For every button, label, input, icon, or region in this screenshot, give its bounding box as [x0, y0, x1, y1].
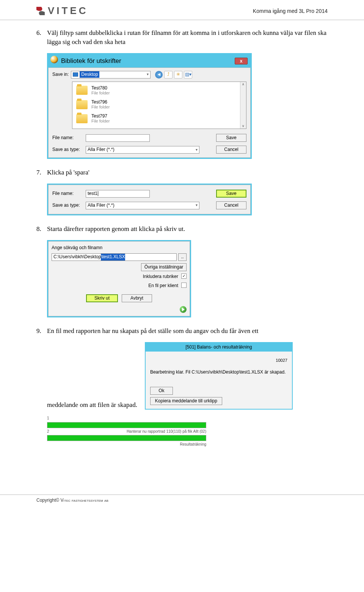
- step-8-num: 8.: [36, 225, 43, 234]
- progress-row-1-label: 1: [47, 416, 49, 421]
- print-button[interactable]: Skriv ut: [86, 294, 118, 302]
- path-caption: Ange sökväg och filnamn: [52, 245, 187, 251]
- save-dialog-titlebar: Bibliotek för utskrifter x: [48, 54, 251, 68]
- message-body: Bearbetning klar. Fil C:\Users\vibkh\Des…: [150, 369, 287, 375]
- one-file-per-client-checkbox[interactable]: [181, 283, 187, 288]
- folder-type: File folder: [91, 119, 110, 123]
- one-file-per-client-label: En fil per klient: [121, 283, 178, 289]
- progress-row-2-label: 2: [47, 429, 49, 435]
- new-folder-icon[interactable]: ✳: [174, 71, 182, 79]
- cancel-button[interactable]: Cancel: [216, 146, 246, 154]
- save-in-dropdown[interactable]: Desktop ▾: [71, 71, 151, 79]
- save-as-type-label: Save as type:: [52, 202, 83, 209]
- chevron-down-icon: ▾: [196, 147, 198, 153]
- save-as-type-label: Save as type:: [52, 146, 83, 153]
- step-6-text: Välj filtyp samt dubbelklicka i rutan fö…: [47, 28, 328, 47]
- file-name-label: File name:: [52, 190, 83, 197]
- copy-message-button[interactable]: Kopiera meddelande till urklipp: [150, 397, 222, 405]
- nav-up-icon[interactable]: ⤴: [164, 71, 173, 79]
- file-name-input[interactable]: test1: [86, 190, 150, 198]
- progress-status: Hanterar nu rapportrad 110(110) på flik …: [127, 429, 206, 435]
- step-7-num: 7.: [36, 168, 43, 177]
- progress-strip: 1 2 Hanterar nu rapportrad 110(110) på f…: [47, 416, 206, 448]
- step-9-text: En fil med rapporten har nu skapats på d…: [47, 327, 259, 336]
- save-button[interactable]: Save: [216, 134, 246, 142]
- step-8-text: Starta därefter rapporten genom att klic…: [47, 225, 185, 234]
- progress-right-caption: Resultaträkning: [47, 442, 206, 448]
- view-menu-icon[interactable]: ▤▾: [184, 71, 192, 79]
- save-dialog-title: Bibliotek för utskrifter: [61, 57, 121, 66]
- step-6-num: 6.: [36, 28, 43, 47]
- abort-button[interactable]: Avbryt: [122, 294, 152, 302]
- step-9-tail: meddelande om att filen är skapad.: [47, 400, 137, 410]
- save-in-label: Save in:: [52, 71, 69, 78]
- folder-icon: [76, 100, 88, 109]
- step-7: 7. Klicka på 'spara' File name: test1 Sa…: [36, 168, 328, 215]
- browse-button[interactable]: ..: [178, 253, 187, 261]
- page-footer: Copyright© Vitec fastighetssystem ab: [0, 495, 364, 504]
- nav-back-icon[interactable]: ◄: [155, 71, 163, 79]
- folder-icon: [76, 86, 88, 95]
- doc-title: Komma igång med 3L Pro 2014: [253, 7, 328, 15]
- page-header: VITEC Komma igång med 3L Pro 2014: [0, 0, 364, 20]
- file-name-input[interactable]: [86, 134, 150, 142]
- print-options-panel: Ange sökväg och filnamn C:\Users\vibkh\D…: [47, 240, 191, 317]
- message-title: [501] Balans- och resultaträkning: [146, 343, 292, 352]
- app-icon: [50, 56, 58, 63]
- save-as-type-dropdown[interactable]: Alla Filer (*.*) ▾: [86, 202, 199, 209]
- folder-name: Test780: [91, 86, 110, 91]
- folder-name: Test796: [91, 100, 110, 105]
- folder-type: File folder: [91, 105, 110, 109]
- play-icon[interactable]: [180, 306, 187, 313]
- other-settings-button[interactable]: Övriga inställningar: [141, 263, 187, 271]
- text-caret: [98, 191, 98, 196]
- file-name-label: File name:: [52, 135, 83, 141]
- step-9-num: 9.: [36, 327, 43, 336]
- folder-icon: [76, 114, 88, 123]
- path-input[interactable]: C:\Users\vibkh\Desktop\test1.XLSX: [52, 253, 177, 261]
- close-icon[interactable]: x: [235, 58, 248, 64]
- progress-bar-1: [47, 422, 206, 428]
- scrollbar[interactable]: ∧∨: [240, 82, 246, 129]
- save-dialog-focus: File name: test1 Save Save as type: Alla…: [47, 184, 252, 215]
- ok-button[interactable]: Ok: [150, 387, 173, 395]
- step-7-text: Klicka på 'spara': [47, 168, 89, 177]
- step-9: 9. En fil med rapporten har nu skapats p…: [36, 327, 328, 448]
- save-dialog: Bibliotek för utskrifter x Save in: Desk…: [47, 53, 252, 159]
- list-item[interactable]: Test796 File folder: [76, 98, 236, 112]
- step-6: 6. Välj filtyp samt dubbelklicka i rutan…: [36, 28, 328, 159]
- chevron-down-icon: ▾: [196, 203, 198, 208]
- vitec-logo: VITEC: [36, 4, 88, 18]
- chevron-down-icon: ▾: [147, 72, 149, 77]
- list-item[interactable]: Test780 File folder: [76, 84, 236, 98]
- vitec-logo-text: VITEC: [48, 4, 88, 18]
- folder-name: Test797: [91, 114, 110, 119]
- step-8: 8. Starta därefter rapporten genom att k…: [36, 225, 328, 317]
- include-headers-label: Inkludera rubriker: [121, 273, 178, 280]
- file-list-pane: Test780 File folder Test796 File folder: [72, 82, 246, 129]
- progress-bar-2: [47, 435, 206, 441]
- save-as-type-dropdown[interactable]: Alla Filer (*.*) ▾: [86, 146, 199, 154]
- path-selection: \test1.XLSX: [101, 254, 125, 260]
- list-item[interactable]: Test797 File folder: [76, 112, 236, 126]
- message-id: 10027: [150, 358, 287, 364]
- save-as-type-value: Alla Filer (*.*): [88, 146, 115, 153]
- monitor-icon: [73, 72, 78, 77]
- save-button[interactable]: Save: [216, 190, 246, 198]
- folder-type: File folder: [91, 91, 110, 95]
- save-as-type-value: Alla Filer (*.*): [88, 202, 115, 209]
- save-in-value: Desktop: [80, 71, 99, 78]
- cancel-button[interactable]: Cancel: [216, 201, 246, 209]
- include-headers-checkbox[interactable]: ✓: [181, 273, 187, 279]
- message-box: [501] Balans- och resultaträkning 10027 …: [145, 342, 293, 410]
- vitec-logo-mark: [36, 7, 45, 15]
